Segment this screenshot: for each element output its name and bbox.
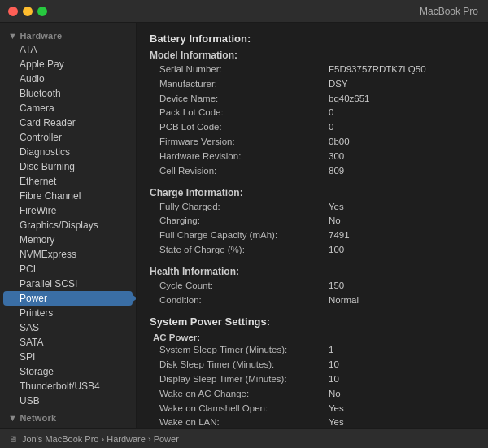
sidebar-item-thunderbolt-usb4[interactable]: Thunderbolt/USB4 (3, 379, 133, 394)
info-row: Firmware Version:0b00 (150, 135, 475, 150)
breadcrumb: Jon's MacBook Pro › Hardware › Power (22, 434, 179, 444)
info-label: System Sleep Timer (Minutes): (150, 343, 329, 358)
sidebar-item-power[interactable]: Power (3, 291, 133, 306)
sidebar-item-parallel-scsi[interactable]: Parallel SCSI (3, 276, 133, 291)
info-row: System Sleep Timer (Minutes):1 (150, 343, 475, 358)
sidebar-item-firewire[interactable]: FireWire (3, 203, 133, 218)
info-row: State of Charge (%):100 (150, 243, 475, 258)
info-value: 10 (329, 372, 339, 387)
sidebar-item-printers[interactable]: Printers (3, 306, 133, 320)
sidebar-item-nvmexpress[interactable]: NVMExpress (3, 247, 133, 262)
info-row: Wake on AC Change:No (150, 387, 475, 402)
info-label: Pack Lot Code: (150, 106, 329, 120)
maximize-button[interactable] (37, 7, 47, 16)
charge-info-title: Charge Information: (150, 187, 475, 198)
sidebar-item-pci[interactable]: PCI (3, 262, 133, 276)
info-value: 1 (329, 343, 333, 358)
sidebar-item-usb[interactable]: USB (3, 394, 133, 408)
info-value: Yes (329, 200, 344, 215)
info-row: Wake on LAN:Yes (150, 415, 475, 428)
info-row: PCB Lot Code:0 (150, 120, 475, 135)
info-label: Display Sleep Timer (Minutes): (150, 372, 329, 387)
info-row: Wake on Clamshell Open:Yes (150, 402, 475, 416)
info-value: No (329, 214, 341, 228)
main-layout: ▼ Hardware ATAApple PayAudioBluetoothCam… (0, 23, 488, 428)
info-row: Cycle Count:150 (150, 279, 475, 294)
info-label: Wake on AC Change: (150, 387, 329, 402)
info-value: Yes (329, 415, 344, 428)
info-row: Hardware Revision:300 (150, 150, 475, 164)
info-label: Manufacturer: (150, 77, 329, 92)
sidebar-item-firewall[interactable]: Firewall (3, 424, 133, 428)
info-row: Display Sleep Timer (Minutes):10 (150, 372, 475, 387)
info-row: Device Name:bq40z651 (150, 92, 475, 107)
info-value: DSY (329, 77, 348, 92)
info-row: Cell Revision:809 (150, 164, 475, 179)
info-value: 10 (329, 358, 339, 372)
sidebar-item-spi[interactable]: SPI (3, 350, 133, 364)
info-label: Cycle Count: (150, 279, 329, 294)
info-row: Full Charge Capacity (mAh):7491 (150, 228, 475, 243)
sidebar-item-controller[interactable]: Controller (3, 130, 133, 145)
info-value: 300 (329, 150, 344, 164)
info-label: Hardware Revision: (150, 150, 329, 164)
sidebar: ▼ Hardware ATAApple PayAudioBluetoothCam… (0, 23, 137, 428)
titlebar: MacBook Pro (0, 0, 488, 23)
sidebar-item-diagnostics[interactable]: Diagnostics (3, 145, 133, 159)
info-row: Disk Sleep Timer (Minutes):10 (150, 358, 475, 372)
info-value: 0b00 (329, 135, 350, 150)
info-value: 0 (329, 120, 333, 135)
ac-power-title: AC Power: (150, 333, 475, 342)
info-row: Serial Number:F5D93757RDTK7LQ50 (150, 63, 475, 77)
info-label: State of Charge (%): (150, 243, 329, 258)
info-value: No (329, 387, 341, 402)
sidebar-item-storage[interactable]: Storage (3, 364, 133, 379)
info-value: 150 (329, 279, 344, 294)
system-power-title: System Power Settings: (150, 315, 475, 328)
health-info-title: Health Information: (150, 266, 475, 277)
sidebar-item-ata[interactable]: ATA (3, 42, 133, 57)
ac-power-block: AC Power: System Sleep Timer (Minutes):1… (150, 333, 475, 428)
info-row: Condition:Normal (150, 294, 475, 308)
info-label: Full Charge Capacity (mAh): (150, 228, 329, 243)
health-info-block: Health Information: Cycle Count:150Condi… (150, 266, 475, 308)
info-value: 0 (329, 106, 333, 120)
info-value: F5D93757RDTK7LQ50 (329, 63, 426, 77)
info-row: Pack Lot Code:0 (150, 106, 475, 120)
info-value: 7491 (329, 228, 350, 243)
traffic-lights (8, 7, 47, 16)
model-info-block: Model Information: Serial Number:F5D9375… (150, 50, 475, 179)
window-title: MacBook Pro (420, 6, 478, 17)
sidebar-item-camera[interactable]: Camera (3, 101, 133, 115)
info-value: Normal (329, 294, 359, 308)
charge-info-block: Charge Information: Fully Charged:YesCha… (150, 187, 475, 258)
sidebar-item-card-reader[interactable]: Card Reader (3, 115, 133, 130)
info-row: Fully Charged:Yes (150, 200, 475, 215)
sidebar-item-audio[interactable]: Audio (3, 72, 133, 86)
bottom-bar: 🖥 Jon's MacBook Pro › Hardware › Power (0, 428, 488, 448)
info-label: Charging: (150, 214, 329, 228)
model-info-title: Model Information: (150, 50, 475, 61)
info-label: Condition: (150, 294, 329, 308)
sidebar-item-bluetooth[interactable]: Bluetooth (3, 86, 133, 101)
info-value: bq40z651 (329, 92, 370, 107)
sidebar-item-sas[interactable]: SAS (3, 320, 133, 335)
sidebar-item-memory[interactable]: Memory (3, 233, 133, 247)
info-row: Manufacturer:DSY (150, 77, 475, 92)
info-label: Disk Sleep Timer (Minutes): (150, 358, 329, 372)
sidebar-item-disc-burning[interactable]: Disc Burning (3, 159, 133, 174)
sidebar-item-ethernet[interactable]: Ethernet (3, 174, 133, 189)
minimize-button[interactable] (23, 7, 33, 16)
sidebar-item-fibre-channel[interactable]: Fibre Channel (3, 189, 133, 203)
info-label: Wake on LAN: (150, 415, 329, 428)
sidebar-item-graphics-displays[interactable]: Graphics/Displays (3, 218, 133, 233)
info-value: 100 (329, 243, 344, 258)
info-label: PCB Lot Code: (150, 120, 329, 135)
info-value: Yes (329, 402, 344, 416)
close-button[interactable] (8, 7, 18, 16)
sidebar-item-sata[interactable]: SATA (3, 335, 133, 350)
content-area: Battery Information: Model Information: … (137, 23, 488, 428)
sidebar-item-apple-pay[interactable]: Apple Pay (3, 57, 133, 72)
network-group-label: ▼ Network (0, 408, 136, 424)
computer-icon: 🖥 (8, 434, 17, 444)
